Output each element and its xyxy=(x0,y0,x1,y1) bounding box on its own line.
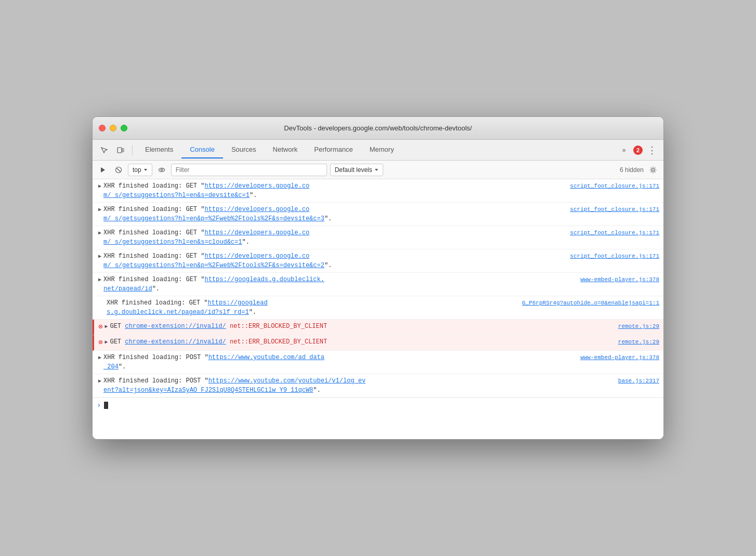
expand-icon[interactable]: ▶ xyxy=(98,230,101,236)
tab-console[interactable]: Console xyxy=(181,141,223,158)
entry-link[interactable]: https://www.youtube.com/ad_data_204 xyxy=(103,354,324,370)
entry-source[interactable]: script_foot_closure.js:171 xyxy=(570,206,659,213)
svg-rect-0 xyxy=(118,148,122,153)
entry-link[interactable]: https://developers.google.com/_s/getsugg… xyxy=(103,182,309,199)
eye-button[interactable] xyxy=(155,164,168,176)
entry-method: GET xyxy=(110,338,125,346)
expand-icon[interactable]: ▶ xyxy=(98,378,101,384)
entry-text: XHR finished loading: GET "https://googl… xyxy=(107,298,518,317)
levels-dropdown[interactable]: Default levels xyxy=(330,164,383,176)
entry-source[interactable]: www-embed-player.js:378 xyxy=(580,354,659,361)
tab-sources[interactable]: Sources xyxy=(223,141,265,158)
traffic-lights xyxy=(99,125,127,131)
console-entry: ▶ XHR finished loading: GET "https://goo… xyxy=(93,273,663,296)
more-tabs-button[interactable]: » xyxy=(617,143,631,157)
toolbar-divider xyxy=(132,145,133,155)
devtools-tabs: Elements Console Sources Network Perform… xyxy=(137,141,615,158)
toolbar-right: » 2 ⋮ xyxy=(617,143,659,157)
entry-link[interactable]: https://developers.google.com/_s/getsugg… xyxy=(103,206,324,222)
maximize-button[interactable] xyxy=(121,125,127,131)
error-message: net::ERR_BLOCKED_BY_CLIENT xyxy=(226,338,327,346)
expand-icon[interactable]: ▶ xyxy=(98,354,101,361)
entry-link[interactable]: https://googleads.g.doubleclick.net/page… xyxy=(103,276,324,293)
error-icon: ⊗ xyxy=(98,322,102,331)
tab-network[interactable]: Network xyxy=(265,141,306,158)
run-button[interactable] xyxy=(97,164,109,176)
console-entry: XHR finished loading: GET "https://googl… xyxy=(93,296,663,320)
entry-link[interactable]: https://googleads.g.doubleclick.net/page… xyxy=(107,299,268,316)
error-message: net::ERR_BLOCKED_BY_CLIENT xyxy=(226,323,327,330)
entry-link[interactable]: https://developers.google.com/_s/getsugg… xyxy=(103,229,309,246)
entry-source[interactable]: script_foot_closure.js:171 xyxy=(570,253,659,259)
svg-marker-5 xyxy=(144,169,147,171)
svg-point-9 xyxy=(652,168,655,171)
entry-source[interactable]: remote.js:29 xyxy=(618,323,659,329)
entry-source[interactable]: script_foot_closure.js:171 xyxy=(570,183,659,189)
expand-icon[interactable]: ▶ xyxy=(105,323,108,329)
svg-line-4 xyxy=(117,168,121,171)
console-content: ▶ XHR finished loading: GET "https://dev… xyxy=(93,179,663,439)
clear-button[interactable] xyxy=(112,164,125,176)
titlebar: DevTools - developers.google.com/web/too… xyxy=(93,117,663,140)
console-entry: ▶ XHR finished loading: GET "https://dev… xyxy=(93,203,663,226)
device-button[interactable] xyxy=(113,143,128,157)
tab-performance[interactable]: Performance xyxy=(306,141,361,158)
expand-icon[interactable]: ▶ xyxy=(98,253,101,259)
settings-button[interactable] xyxy=(647,164,659,176)
entry-text: XHR finished loading: GET "https://devel… xyxy=(103,251,566,270)
entry-link[interactable]: chrome-extension://invalid/ xyxy=(125,323,226,330)
tab-elements[interactable]: Elements xyxy=(137,141,181,158)
expand-icon[interactable]: ▶ xyxy=(105,339,108,345)
console-entry-error: ⊗ ▶ GET chrome-extension://invalid/ net:… xyxy=(93,320,663,335)
devtools-window: DevTools - developers.google.com/web/too… xyxy=(92,116,664,440)
tab-memory[interactable]: Memory xyxy=(361,141,402,158)
entry-text: XHR finished loading: POST "https://www.… xyxy=(103,353,576,372)
expand-icon[interactable]: ▶ xyxy=(98,206,101,213)
inspect-button[interactable] xyxy=(97,143,111,157)
console-entry: ▶ XHR finished loading: GET "https://dev… xyxy=(93,179,663,203)
filter-input[interactable] xyxy=(171,164,327,176)
svg-marker-2 xyxy=(101,167,105,173)
svg-marker-8 xyxy=(375,169,378,171)
console-entry: ▶ XHR finished loading: POST "https://ww… xyxy=(93,351,663,374)
entry-link[interactable]: https://www.youtube.com/youtubei/v1/log_… xyxy=(103,377,366,394)
console-prompt: › xyxy=(97,401,101,409)
console-entry: ▶ XHR finished loading: POST "https://ww… xyxy=(93,374,663,398)
entry-text: XHR finished loading: GET "https://devel… xyxy=(103,205,566,223)
close-button[interactable] xyxy=(99,125,106,131)
svg-point-6 xyxy=(159,168,164,171)
console-cursor xyxy=(104,402,108,409)
entry-text: XHR finished loading: GET "https://devel… xyxy=(103,181,566,200)
svg-rect-1 xyxy=(122,149,124,152)
entry-source[interactable]: www-embed-player.js:378 xyxy=(580,276,659,283)
hidden-count: 6 hidden xyxy=(620,166,644,174)
entry-text: XHR finished loading: GET "https://googl… xyxy=(103,275,576,294)
minimize-button[interactable] xyxy=(110,125,116,131)
entry-text: GET chrome-extension://invalid/ net::ERR… xyxy=(110,337,614,347)
expand-icon[interactable]: ▶ xyxy=(98,183,101,189)
entry-text: GET chrome-extension://invalid/ net::ERR… xyxy=(110,322,614,331)
entry-link[interactable]: https://developers.google.com/_s/getsugg… xyxy=(103,253,324,269)
expand-icon[interactable]: ▶ xyxy=(98,276,101,283)
error-count-badge[interactable]: 2 xyxy=(633,145,643,155)
devtools-toolbar: Elements Console Sources Network Perform… xyxy=(93,140,663,161)
console-entry-error: ⊗ ▶ GET chrome-extension://invalid/ net:… xyxy=(93,335,663,351)
error-icon: ⊗ xyxy=(98,338,102,347)
devtools-menu-button[interactable]: ⋮ xyxy=(645,143,659,157)
console-input-row[interactable]: › xyxy=(93,398,663,413)
entry-method: GET xyxy=(110,323,125,330)
console-entry: ▶ XHR finished loading: GET "https://dev… xyxy=(93,226,663,249)
context-select[interactable]: top xyxy=(128,164,152,176)
console-entry: ▶ XHR finished loading: GET "https://dev… xyxy=(93,249,663,273)
window-title: DevTools - developers.google.com/web/too… xyxy=(284,124,472,132)
console-toolbar: top Default levels 6 hidden xyxy=(93,161,663,179)
entry-link[interactable]: chrome-extension://invalid/ xyxy=(125,338,226,346)
entry-source[interactable]: remote.js:29 xyxy=(618,339,659,345)
entry-text: XHR finished loading: GET "https://devel… xyxy=(103,228,566,247)
entry-source[interactable]: G_P6rpRSr4g?autohide…o=0&enablejsapi=1:1 xyxy=(522,300,659,306)
entry-text: XHR finished loading: POST "https://www.… xyxy=(103,376,614,395)
entry-source[interactable]: script_foot_closure.js:171 xyxy=(570,230,659,236)
svg-point-7 xyxy=(161,169,163,171)
entry-source[interactable]: base.js:2317 xyxy=(618,378,659,384)
